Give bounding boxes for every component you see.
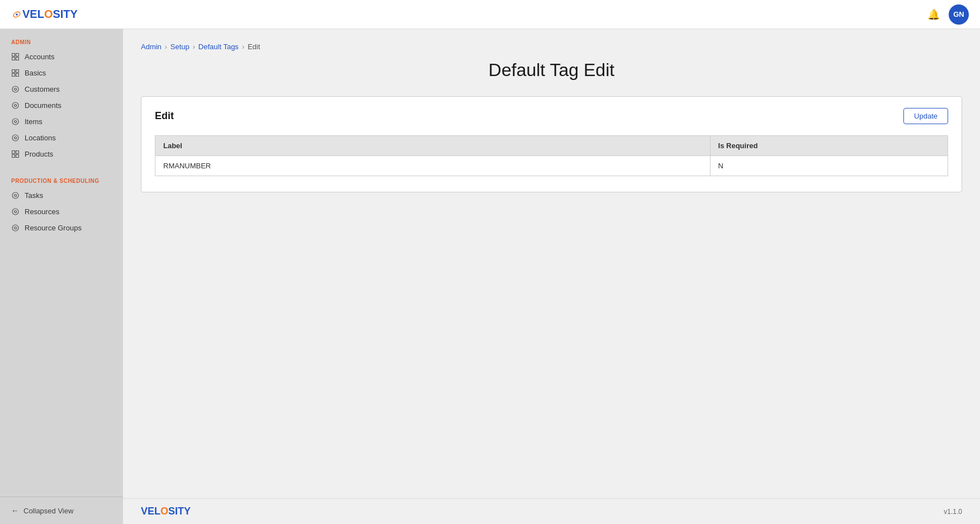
svg-point-16 xyxy=(12,135,18,141)
breadcrumb-default-tags[interactable]: Default Tags xyxy=(198,43,239,51)
basics-icon xyxy=(11,69,19,77)
svg-rect-3 xyxy=(16,54,18,56)
svg-point-22 xyxy=(12,192,18,199)
svg-rect-4 xyxy=(12,58,15,60)
svg-rect-5 xyxy=(16,58,18,60)
breadcrumb-admin[interactable]: Admin xyxy=(141,43,162,51)
breadcrumb-sep-2: › xyxy=(193,43,195,51)
resource-groups-icon xyxy=(11,224,19,232)
column-header-label: Label xyxy=(155,136,711,156)
products-icon xyxy=(11,150,19,158)
svg-rect-9 xyxy=(16,74,18,77)
svg-rect-8 xyxy=(12,74,15,77)
svg-rect-21 xyxy=(16,155,18,158)
admin-section-label: ADMIN xyxy=(0,29,123,49)
svg-point-12 xyxy=(12,102,18,108)
column-header-is-required: Is Required xyxy=(710,136,948,156)
label-input[interactable] xyxy=(155,156,710,176)
is-required-input[interactable] xyxy=(711,156,948,176)
breadcrumb-setup[interactable]: Setup xyxy=(171,43,190,51)
svg-point-25 xyxy=(14,211,16,213)
resources-icon xyxy=(11,208,19,216)
tasks-label: Tasks xyxy=(25,191,43,200)
svg-point-26 xyxy=(12,225,18,231)
user-avatar[interactable]: GN xyxy=(949,4,969,25)
table-row xyxy=(155,156,948,176)
accounts-icon xyxy=(11,53,19,61)
table-header-row: Label Is Required xyxy=(155,136,948,156)
tasks-icon xyxy=(11,192,19,200)
sidebar-item-documents[interactable]: Documents xyxy=(0,97,123,114)
svg-point-11 xyxy=(14,88,16,91)
collapsed-view-toggle[interactable]: ← Collapsed View xyxy=(0,497,123,524)
basics-label: Basics xyxy=(25,69,46,77)
breadcrumb-sep-3: › xyxy=(242,43,244,51)
svg-rect-18 xyxy=(12,151,15,154)
sidebar-item-customers[interactable]: Customers xyxy=(0,81,123,97)
notifications-bell-icon[interactable]: 🔔 xyxy=(927,8,940,21)
update-button[interactable]: Update xyxy=(903,108,948,124)
sidebar-item-resource-groups[interactable]: Resource Groups xyxy=(0,220,123,236)
products-label: Products xyxy=(25,150,53,158)
resources-label: Resources xyxy=(25,207,59,216)
locations-label: Locations xyxy=(25,134,56,142)
label-cell xyxy=(155,156,711,176)
edit-table: Label Is Required xyxy=(155,135,948,176)
page-title: Default Tag Edit xyxy=(141,60,962,81)
svg-point-23 xyxy=(14,195,16,197)
svg-rect-20 xyxy=(12,155,15,158)
arrow-left-icon: ← xyxy=(11,506,19,515)
logo-text: VELOSITY xyxy=(22,8,78,21)
main-content: Admin › Setup › Default Tags › Edit Defa… xyxy=(123,29,980,524)
sidebar-item-tasks[interactable]: Tasks xyxy=(0,187,123,204)
documents-icon xyxy=(11,102,19,110)
sidebar-item-products[interactable]: Products xyxy=(0,146,123,162)
svg-point-13 xyxy=(14,105,16,107)
items-label: Items xyxy=(25,117,42,126)
sidebar-item-resources[interactable]: Resources xyxy=(0,204,123,220)
top-navigation: VELOSITY 🔔 GN xyxy=(0,0,980,29)
card-header: Edit Update xyxy=(155,108,948,124)
edit-card: Edit Update Label Is Required xyxy=(141,96,962,192)
is-required-cell xyxy=(710,156,948,176)
locations-icon xyxy=(11,134,19,142)
breadcrumb: Admin › Setup › Default Tags › Edit xyxy=(141,43,962,51)
svg-point-10 xyxy=(12,86,18,92)
version-label: v1.1.0 xyxy=(944,508,962,516)
svg-rect-6 xyxy=(12,70,15,73)
sidebar-item-basics[interactable]: Basics xyxy=(0,65,123,81)
resource-groups-label: Resource Groups xyxy=(25,224,82,232)
main-footer: VELOSITY v1.1.0 xyxy=(123,498,980,524)
svg-point-17 xyxy=(14,137,16,139)
sidebar-item-accounts[interactable]: Accounts xyxy=(0,49,123,65)
customers-icon xyxy=(11,86,19,93)
breadcrumb-sep-1: › xyxy=(165,43,167,51)
breadcrumb-edit: Edit xyxy=(248,43,260,51)
card-title: Edit xyxy=(155,110,174,122)
svg-point-15 xyxy=(14,121,16,123)
items-icon xyxy=(11,118,19,126)
svg-rect-19 xyxy=(16,151,18,154)
logo-swoosh-icon xyxy=(12,10,22,20)
logo: VELOSITY xyxy=(11,8,78,21)
sidebar-item-items[interactable]: Items xyxy=(0,114,123,130)
svg-rect-7 xyxy=(16,70,18,73)
sidebar-item-locations[interactable]: Locations xyxy=(0,130,123,146)
footer-logo: VELOSITY xyxy=(141,506,191,517)
prod-section-label: PRODUCTION & SCHEDULING xyxy=(0,168,123,187)
customers-label: Customers xyxy=(25,85,60,93)
svg-point-27 xyxy=(14,227,16,229)
sidebar: ADMIN Accounts Basics Customers Document… xyxy=(0,29,123,524)
svg-rect-2 xyxy=(12,54,15,56)
collapsed-view-label: Collapsed View xyxy=(23,507,73,515)
svg-point-24 xyxy=(12,209,18,215)
documents-label: Documents xyxy=(25,101,61,110)
svg-point-14 xyxy=(12,119,18,125)
accounts-label: Accounts xyxy=(25,53,54,61)
svg-point-1 xyxy=(16,13,18,16)
topnav-right: 🔔 GN xyxy=(927,4,969,25)
